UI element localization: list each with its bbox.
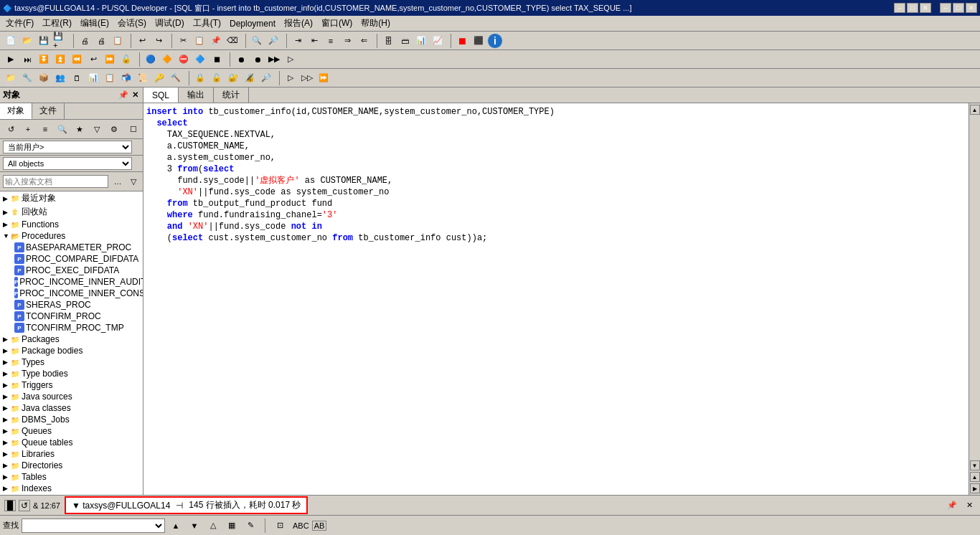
tree-dbms-jobs[interactable]: ▶ 📁 DBMS_Jobs [0, 414, 143, 425]
menu-debug[interactable]: 调试(D) [151, 16, 189, 31]
tb2-4[interactable]: ⏫ [52, 52, 68, 67]
tree-recent-objects[interactable]: ▶ 📁 最近对象 [0, 191, 143, 205]
tree-proc-3[interactable]: P PROC_EXEC_DIFDATA [0, 265, 143, 276]
tb3-12[interactable]: 🔒 [192, 70, 208, 86]
tree-queue-tables[interactable]: ▶ 📁 Queue tables [0, 437, 143, 448]
tab-file[interactable]: 文件 [32, 103, 65, 119]
tb2-8[interactable]: 🔓 [118, 52, 134, 67]
tb2-6[interactable]: ↩ [85, 52, 101, 67]
tb2-14[interactable]: ⏺ [233, 52, 249, 67]
inner-max-btn[interactable]: □ [907, 3, 918, 13]
search-input[interactable] [3, 175, 108, 188]
find2-btn[interactable]: 🔎 [265, 33, 281, 49]
tree-proc-1[interactable]: P BASEPARAMETER_PROC [0, 242, 143, 253]
tree-proc-7[interactable]: P TCONFIRM_PROC [0, 311, 143, 322]
tb3-18[interactable]: ▷▷ [299, 70, 315, 86]
inner-min-btn[interactable]: – [894, 3, 905, 13]
close-btn[interactable]: ✕ [966, 3, 977, 13]
tb2-9[interactable]: 🔵 [143, 52, 159, 67]
tb2-3[interactable]: ⏬ [36, 52, 52, 67]
tb3-2[interactable]: 🔧 [19, 70, 35, 86]
tb3-17[interactable]: ▷ [283, 70, 298, 86]
dock-pin-btn[interactable]: 📌 [944, 498, 960, 513]
tb3-1[interactable]: 📁 [3, 70, 19, 86]
find-edit-btn[interactable]: ✎ [242, 518, 258, 534]
db4-btn[interactable]: 📈 [430, 33, 446, 49]
menu-file[interactable]: 文件(F) [1, 16, 38, 31]
print-btn[interactable]: 🖨 [77, 33, 93, 49]
user-dropdown[interactable]: 当前用户> [3, 141, 132, 153]
menu-tools[interactable]: 工具(T) [189, 16, 225, 31]
tb3-4[interactable]: 👥 [52, 70, 68, 86]
tree-java-sources[interactable]: ▶ 📁 Java sources [0, 391, 143, 402]
tab-sql[interactable]: SQL [143, 87, 179, 103]
indent-btn[interactable]: ⇥ [290, 33, 306, 49]
lt-refresh[interactable]: ↺ [3, 121, 19, 137]
find-btn[interactable]: 🔍 [249, 33, 265, 49]
tb3-9[interactable]: 📜 [135, 70, 151, 86]
scroll-up2-btn[interactable]: ▲ [970, 472, 980, 482]
inner-close-btn[interactable]: ✕ [920, 3, 931, 13]
db2-btn[interactable]: 🗃 [397, 33, 413, 49]
tree-libraries[interactable]: ▶ 📁 Libraries [0, 448, 143, 460]
find-up-btn[interactable]: ▲ [168, 518, 184, 534]
tb3-6[interactable]: 📊 [85, 70, 101, 86]
db3-btn[interactable]: 📊 [413, 33, 429, 49]
tree-proc-4[interactable]: P PROC_INCOME_INNER_AUDIT [0, 276, 143, 288]
lt-filter[interactable]: ▽ [89, 121, 105, 137]
min-btn[interactable]: – [940, 3, 951, 13]
tb2-16[interactable]: ▶▶ [266, 52, 282, 67]
indent2-btn[interactable]: ⇒ [339, 33, 355, 49]
menu-project[interactable]: 工程(R) [38, 16, 76, 31]
tree-proc-5[interactable]: P PROC_INCOME_INNER_CONSULTING [0, 288, 143, 299]
tb3-11[interactable]: 🔨 [168, 70, 184, 86]
find-format-btn[interactable]: ▦ [224, 518, 240, 534]
find-clear-btn[interactable]: △ [205, 518, 221, 534]
tree-package-bodies[interactable]: ▶ 📁 Package bodies [0, 345, 143, 356]
tb3-8[interactable]: 📬 [118, 70, 134, 86]
tree-types[interactable]: ▶ 📁 Types [0, 356, 143, 368]
save-all-btn[interactable]: 💾+ [52, 33, 68, 49]
search-go-btn[interactable]: … [110, 174, 126, 189]
sql-editor[interactable]: insert into tb_customer_info(id,CUSTOMER… [143, 103, 969, 495]
menu-deployment[interactable]: Deployment [225, 17, 280, 30]
paste-btn[interactable]: 📌 [208, 33, 224, 49]
tb3-16[interactable]: 🔎 [258, 70, 274, 86]
copy-btn[interactable]: 📋 [192, 33, 207, 49]
tree-recycle[interactable]: ▶ 🗑 回收站 [0, 205, 143, 219]
tb2-1[interactable]: ▶ [3, 52, 19, 67]
lt-search[interactable]: 🔍 [55, 121, 70, 137]
tb3-7[interactable]: 📋 [102, 70, 118, 86]
tb2-15[interactable]: ⏺ [250, 52, 265, 67]
tb3-5[interactable]: 🗒 [69, 70, 85, 86]
tb3-19[interactable]: ⏩ [316, 70, 331, 86]
objects-dropdown[interactable]: All objects [3, 157, 132, 170]
panel-close-btn[interactable]: ✕ [130, 90, 140, 100]
print2-btn[interactable]: 🖨 [93, 33, 109, 49]
undo-btn[interactable]: ↩ [134, 33, 150, 49]
unindent-btn[interactable]: ⇤ [306, 33, 322, 49]
tb2-17[interactable]: ▷ [283, 52, 298, 67]
tab-output[interactable]: 输出 [179, 87, 214, 103]
menu-report[interactable]: 报告(A) [280, 16, 317, 31]
tree-proc-6[interactable]: P SHERAS_PROC [0, 299, 143, 311]
scroll-right-btn[interactable]: ▶ [970, 483, 980, 493]
lt-settings[interactable]: ⚙ [106, 121, 122, 137]
tree-java-classes[interactable]: ▶ 📁 Java classes [0, 402, 143, 414]
menu-edit[interactable]: 编辑(E) [76, 16, 113, 31]
menu-window[interactable]: 窗口(W) [317, 16, 357, 31]
cut-btn[interactable]: ✂ [175, 33, 191, 49]
tb2-12[interactable]: 🔷 [192, 52, 208, 67]
align-btn[interactable]: ≡ [323, 33, 339, 49]
menu-help[interactable]: 帮助(H) [357, 16, 395, 31]
tab-object[interactable]: 对象 [0, 103, 32, 119]
tree-indexes[interactable]: ▶ 📁 Indexes [0, 483, 143, 494]
find-down-btn[interactable]: ▼ [187, 518, 202, 534]
tree-procedures[interactable]: ▼ 📂 Procedures [0, 230, 143, 242]
tb3-13[interactable]: 🔓 [209, 70, 225, 86]
tree-functions[interactable]: ▶ 📁 Functions [0, 219, 143, 230]
print3-btn[interactable]: 📋 [110, 33, 126, 49]
search-filter-btn[interactable]: ▽ [127, 174, 140, 189]
tb2-11[interactable]: ⛔ [176, 52, 192, 67]
run-btn[interactable]: ⏹ [454, 33, 470, 49]
